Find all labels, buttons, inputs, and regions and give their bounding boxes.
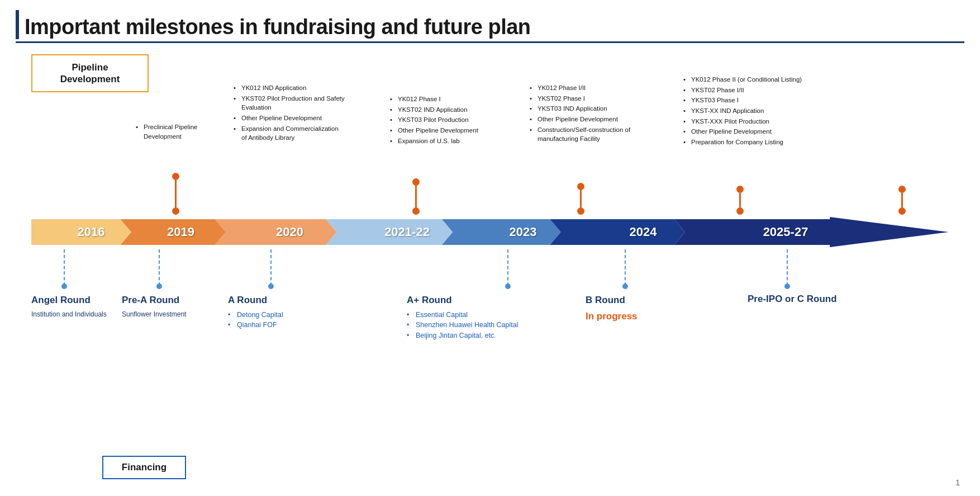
year-2025-label: 2025-27 (707, 225, 864, 239)
a-plus-investor-3: Beijing Jintan Capital, etc. (407, 330, 608, 341)
milestone-2023-item-4: Other Pipeline Development (530, 115, 647, 124)
milestone-2021-item-4: Other Pipeline Development (390, 126, 496, 135)
milestone-2020-item-2: YKST02 Pilot Production and Safety Evalu… (234, 94, 345, 112)
milestone-2024-item-4: YKST-XX IND Application (683, 106, 817, 116)
a-plus-investor-1: Essential Capital (407, 310, 608, 320)
milestone-2021: YK012 Phase I YKST02 IND Application YKS… (390, 95, 496, 147)
connector-dot-top-2023 (577, 183, 584, 190)
main-content: PipelineDevelopment Preclinical Pipeline… (16, 50, 964, 492)
milestone-2024-item-6: Other Pipeline Development (683, 127, 817, 136)
a-round-investor-2: Qianhai FOF (228, 320, 340, 330)
dashed-dot-2023 (505, 284, 511, 289)
a-plus-round-title: A+ Round (407, 293, 608, 308)
funding-pre-a: Pre-A Round Sunflower Investment (122, 293, 231, 319)
a-round-investor-1: Detong Capital (228, 310, 340, 320)
a-round-title: A Round (228, 293, 340, 308)
milestone-2024: YK012 Phase II (or Conditional Listing) … (683, 75, 817, 148)
angel-round-title: Angel Round (31, 293, 121, 308)
dashed-dot-2016 (61, 284, 67, 289)
dashed-2025 (787, 249, 788, 286)
year-labels-overlay: 2016 2019 2020 2021-22 2023 2024 (31, 215, 949, 249)
year-2016-label: 2016 (47, 225, 135, 239)
connector-2025 (898, 186, 906, 215)
connector-line-2023 (580, 190, 582, 207)
dashed-2020 (270, 249, 272, 286)
milestone-2023-item-1: YK012 Phase I/II (530, 83, 647, 93)
connector-line-2025 (901, 193, 903, 207)
dashed-2024 (625, 249, 626, 286)
b-round-in-progress: In progress (586, 311, 638, 322)
milestone-2023-item-5: Construction/Self-construction of manufa… (530, 125, 647, 144)
pre-a-round-subtitle: Sunflower Investment (122, 309, 231, 319)
connector-dot-bottom-2025 (898, 207, 906, 215)
funding-a: A Round Detong Capital Qianhai FOF (228, 293, 340, 330)
milestone-2024-item-7: Preparation for Company Listing (683, 138, 817, 147)
header-accent-bar (16, 10, 19, 39)
milestone-2023: YK012 Phase I/II YKST02 Phase I YKST03 I… (530, 83, 647, 145)
connector-line-2019 (175, 180, 177, 207)
funding-ipo: Pre-IPO or C Round (748, 293, 859, 307)
year-2023-label: 2023 (467, 225, 579, 239)
funding-a-plus: A+ Round Essential Capital Shenzhen Huaw… (407, 293, 608, 341)
milestone-2023-item-3: YKST03 IND Application (530, 104, 647, 114)
connector-2019 (172, 173, 179, 215)
connector-dot-bottom-2023 (577, 207, 584, 215)
dashed-2016 (64, 249, 65, 286)
funding-angel: Angel Round Institution and Individuals (31, 293, 121, 319)
year-2024-label: 2024 (579, 225, 707, 239)
dashed-dot-2025 (784, 284, 790, 289)
milestone-2021-item-2: YKST02 IND Application (390, 105, 496, 115)
a-plus-investor-2: Shenzhen Huawei Health Capital (407, 320, 608, 330)
milestone-2023-item-2: YKST02 Phase I (530, 94, 647, 103)
page-number: 1 (955, 478, 960, 487)
pipeline-development-box: PipelineDevelopment (31, 54, 149, 92)
connector-dot-top-2025 (898, 186, 906, 193)
pipeline-box-label: PipelineDevelopment (60, 62, 120, 86)
connector-dot-bottom-2024 (736, 207, 744, 215)
page-title: Important milestones in fundraising and … (25, 15, 531, 39)
year-2021-label: 2021-22 (347, 225, 467, 239)
connector-line-2024 (739, 193, 741, 207)
milestone-2019-item-1: Preclinical Pipeline Development (136, 122, 225, 141)
connector-dot-bottom-2021 (412, 207, 420, 215)
dashed-dot-2024 (622, 284, 628, 289)
milestone-2019: Preclinical Pipeline Development (136, 122, 225, 142)
connector-dot-top-2019 (172, 173, 179, 180)
connector-dot-bottom-2019 (172, 207, 179, 215)
a-plus-round-investors: Essential Capital Shenzhen Huawei Health… (407, 310, 608, 341)
milestone-2021-item-1: YK012 Phase I (390, 95, 496, 104)
connector-2024 (736, 186, 744, 215)
year-2019-label: 2019 (129, 225, 232, 239)
milestone-2024-item-5: YKST-XXX Pilot Production (683, 117, 817, 126)
connector-dot-top-2021 (412, 178, 420, 186)
milestone-2020-item-4: Expansion and Commercialization of Antib… (234, 124, 345, 143)
header: Important milestones in fundraising and … (16, 10, 964, 43)
funding-b: B Round In progress (586, 293, 697, 323)
milestone-2021-item-3: YKST03 Pilot Production (390, 115, 496, 125)
page: Important milestones in fundraising and … (0, 0, 980, 496)
connector-2023 (577, 183, 584, 215)
connector-dot-top-2024 (736, 186, 744, 193)
dashed-2023 (507, 249, 508, 286)
milestone-2020-item-3: Other Pipeline Development (234, 114, 345, 123)
milestone-2024-item-1: YK012 Phase II (or Conditional Listing) (683, 75, 817, 84)
dashed-dot-2020 (268, 284, 274, 289)
connector-line-2021 (415, 186, 417, 207)
timeline-container: 2016 2019 2020 2021-22 2023 2024 (31, 215, 949, 249)
dashed-dot-2019 (156, 284, 162, 289)
a-round-investors: Detong Capital Qianhai FOF (228, 310, 340, 331)
angel-round-subtitle: Institution and Individuals (31, 309, 121, 319)
dashed-2019 (159, 249, 160, 286)
milestone-2024-item-3: YKST03 Phase I (683, 96, 817, 105)
milestone-2020: YK012 IND Application YKST02 Pilot Produ… (234, 83, 345, 144)
year-2020-label: 2020 (232, 225, 347, 239)
financing-box: Financing (102, 456, 186, 479)
milestone-2024-item-2: YKST02 Phase I/II (683, 86, 817, 95)
milestone-2021-item-5: Expansion of U.S. lab (390, 136, 496, 146)
milestone-2020-item-1: YK012 IND Application (234, 83, 345, 93)
b-round-title: B Round (586, 293, 697, 308)
ipo-round-title: Pre-IPO or C Round (748, 293, 859, 305)
financing-box-label: Financing (122, 462, 166, 473)
connector-2021 (412, 178, 420, 215)
pre-a-round-title: Pre-A Round (122, 293, 231, 308)
